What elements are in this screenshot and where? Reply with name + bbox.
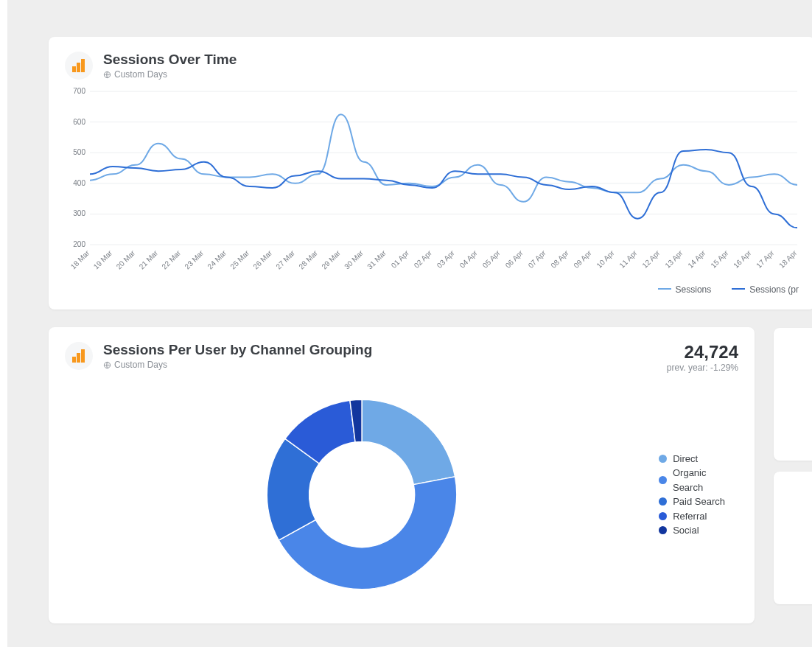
svg-text:300: 300 — [73, 209, 85, 217]
svg-text:02 Apr: 02 Apr — [413, 248, 434, 270]
sidebar-stub — [0, 0, 7, 647]
legend-item[interactable]: Referral — [659, 509, 738, 524]
analytics-icon — [65, 52, 93, 80]
donut-legend: DirectOrganic SearchPaid SearchReferralS… — [659, 452, 738, 538]
svg-text:07 Apr: 07 Apr — [527, 248, 548, 270]
svg-text:12 Apr: 12 Apr — [640, 248, 662, 270]
svg-text:05 Apr: 05 Apr — [481, 248, 503, 270]
svg-text:18 Apr: 18 Apr — [777, 248, 799, 270]
svg-text:06 Apr: 06 Apr — [504, 248, 525, 270]
svg-text:20 Mar: 20 Mar — [115, 248, 137, 270]
svg-text:500: 500 — [73, 148, 85, 156]
svg-text:14 Apr: 14 Apr — [686, 248, 707, 270]
svg-text:400: 400 — [73, 179, 85, 187]
svg-text:31 Mar: 31 Mar — [365, 248, 388, 270]
legend-item[interactable]: Direct — [659, 452, 738, 466]
card-sessions-per-user: Sessions Per User by Channel Grouping Cu… — [49, 327, 755, 623]
card-sessions-over-time: Sessions Over Time Custom Days 200300400… — [49, 37, 812, 309]
legend-item[interactable]: Sessions (pr — [732, 284, 799, 295]
svg-text:21 Mar: 21 Mar — [138, 248, 160, 270]
svg-text:13 Apr: 13 Apr — [663, 248, 685, 270]
svg-text:200: 200 — [73, 240, 85, 248]
globe-icon — [103, 361, 111, 369]
svg-text:01 Apr: 01 Apr — [390, 248, 411, 270]
svg-text:03 Apr: 03 Apr — [435, 248, 457, 270]
legend-item[interactable]: Social — [659, 523, 738, 538]
legend-item[interactable]: Organic Search — [659, 466, 738, 494]
card-subtitle: Custom Days — [103, 360, 657, 370]
svg-text:11 Apr: 11 Apr — [617, 248, 639, 270]
svg-text:26 Mar: 26 Mar — [251, 248, 273, 270]
svg-text:09 Apr: 09 Apr — [572, 248, 593, 270]
svg-text:28 Mar: 28 Mar — [297, 248, 319, 270]
svg-text:24 Mar: 24 Mar — [206, 248, 228, 270]
analytics-icon — [65, 342, 93, 370]
svg-text:22 Mar: 22 Mar — [160, 248, 182, 270]
svg-text:30 Mar: 30 Mar — [343, 248, 365, 270]
svg-text:04 Apr: 04 Apr — [458, 248, 480, 270]
svg-text:25 Mar: 25 Mar — [228, 248, 251, 270]
svg-text:16 Apr: 16 Apr — [732, 248, 753, 270]
side-card-1 — [774, 328, 812, 461]
svg-text:600: 600 — [73, 118, 85, 126]
metric-prev-year: prev. year: -1.29% — [667, 363, 738, 373]
legend-item[interactable]: Sessions — [658, 284, 712, 295]
svg-text:15 Apr: 15 Apr — [709, 248, 730, 270]
svg-text:19 Mar: 19 Mar — [92, 248, 114, 270]
metric-total: 24,724 — [667, 342, 738, 363]
donut-chart[interactable] — [256, 388, 467, 601]
card-subtitle: Custom Days — [103, 69, 799, 80]
svg-text:08 Apr: 08 Apr — [550, 248, 571, 270]
svg-text:27 Mar: 27 Mar — [274, 248, 296, 270]
svg-text:18 Mar: 18 Mar — [69, 248, 91, 270]
svg-text:10 Apr: 10 Apr — [595, 248, 616, 270]
line-chart[interactable]: 20030040050060070018 Mar19 Mar20 Mar21 M… — [65, 87, 799, 281]
svg-text:17 Apr: 17 Apr — [755, 248, 776, 270]
line-chart-legend: SessionsSessions (pr — [65, 281, 799, 295]
legend-item[interactable]: Paid Search — [659, 494, 738, 509]
globe-icon — [103, 71, 111, 79]
card-title: Sessions Per User by Channel Grouping — [103, 342, 657, 358]
svg-text:23 Mar: 23 Mar — [183, 248, 205, 270]
card-title: Sessions Over Time — [103, 52, 799, 68]
svg-text:700: 700 — [73, 87, 85, 95]
side-card-2 — [774, 472, 812, 604]
svg-text:29 Mar: 29 Mar — [320, 248, 342, 270]
